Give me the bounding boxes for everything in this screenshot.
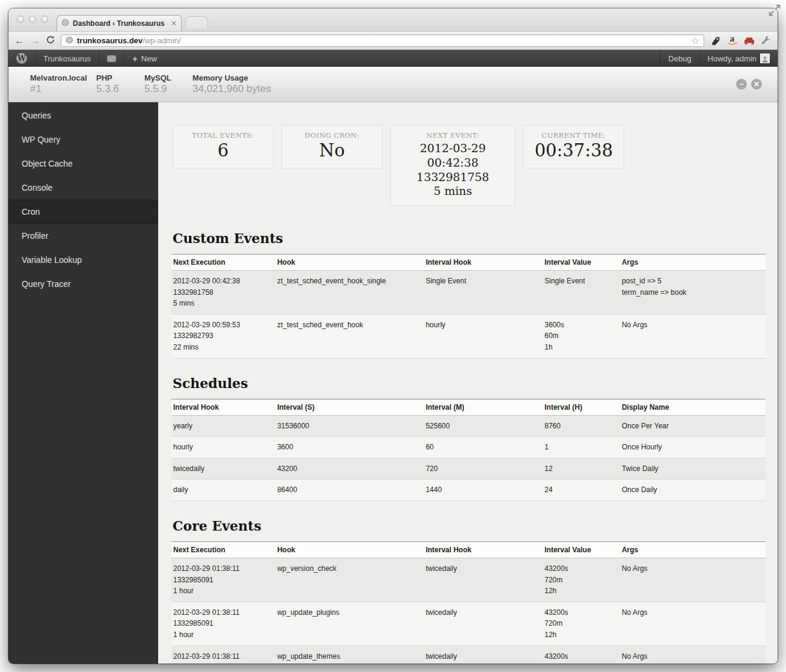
traffic-zoom-button[interactable] bbox=[41, 16, 48, 23]
url-bar[interactable]: trunkosaurus.dev/wp-admin/ ☆ bbox=[61, 34, 704, 47]
comments-menu[interactable] bbox=[99, 50, 124, 67]
table-cell: 2012-03-29 01:38:1113329850911 hour bbox=[171, 558, 275, 602]
table-cell: 43200s720m12h bbox=[542, 602, 619, 646]
cell-line: 720m bbox=[544, 618, 615, 629]
cell-line: No Args bbox=[622, 319, 761, 331]
cell-line: wp_version_check bbox=[277, 563, 419, 575]
sidebar-item-profiler[interactable]: Profiler bbox=[8, 224, 158, 248]
table-cell: 43200s720m12h bbox=[542, 646, 619, 664]
cell-line: 3600 bbox=[277, 442, 419, 453]
cell-line: twicedaily bbox=[173, 463, 271, 475]
column-header: Args bbox=[620, 254, 766, 271]
cell-line: 31536000 bbox=[277, 421, 419, 432]
table-cell: 43200s720m12h bbox=[542, 558, 619, 602]
table-cell: 2012-03-29 01:38:1113329850911 hour bbox=[171, 646, 275, 664]
table-header-row: Interval HookInterval (S)Interval (M)Int… bbox=[171, 399, 766, 415]
data-table: Next ExecutionHookInterval HookInterval … bbox=[171, 541, 766, 664]
wrench-icon[interactable] bbox=[760, 35, 772, 46]
cell-line: 1h bbox=[544, 342, 615, 353]
cell-line: 2012-03-29 01:38:11 bbox=[173, 607, 271, 618]
sidebar-item-object-cache[interactable]: Object Cache bbox=[8, 152, 158, 176]
sidebar-item-console[interactable]: Console bbox=[8, 176, 158, 200]
new-content-menu[interactable]: +New bbox=[124, 50, 165, 67]
table-header-row: Next ExecutionHookInterval HookInterval … bbox=[171, 541, 766, 558]
wp-admin-bar: W Trunkosaurus +New Debug Howdy, admin bbox=[8, 50, 778, 67]
screenshot-extension-icon[interactable] bbox=[710, 35, 721, 46]
window-controls bbox=[17, 16, 48, 23]
amazon-extension-icon[interactable]: a bbox=[726, 35, 738, 46]
cell-line: 1 bbox=[544, 442, 615, 453]
debug-info-value: 5.5.9 bbox=[144, 83, 192, 95]
table-cell: 12 bbox=[542, 458, 619, 479]
forward-icon[interactable]: → bbox=[30, 35, 40, 46]
table-row: twicedaily4320072012Twice Daily bbox=[171, 458, 766, 479]
cell-line: 1332982793 bbox=[173, 330, 271, 342]
cell-line: zt_test_sched_event_hook bbox=[277, 319, 419, 331]
cell-line: twicedaily bbox=[426, 607, 538, 618]
section-schedules: SchedulesInterval HookInterval (S)Interv… bbox=[171, 375, 766, 501]
debug-info-label: Melvatron.local bbox=[30, 73, 96, 82]
stat-value: 00:37:38 bbox=[530, 141, 618, 161]
cell-line: Once Hourly bbox=[622, 442, 761, 453]
titlebar: Dashboard ‹ Trunkosaurus – ✕ bbox=[8, 8, 778, 31]
cell-line: 60m bbox=[544, 330, 615, 342]
cell-line: Single Event bbox=[426, 276, 538, 287]
tab-close-icon[interactable]: ✕ bbox=[171, 19, 177, 28]
table-cell: 31536000 bbox=[275, 415, 424, 437]
sidebar-item-query-tracer[interactable]: Query Tracer bbox=[8, 272, 158, 296]
stat-box: NEXT EVENT:2012-03-29 00:42:381332981758… bbox=[390, 125, 515, 206]
cell-line: 1332985091 bbox=[173, 662, 271, 664]
comments-icon bbox=[107, 55, 116, 62]
stat-label: NEXT EVENT: bbox=[397, 131, 509, 140]
url-path: /wp-admin/ bbox=[143, 36, 181, 45]
site-name-menu[interactable]: Trunkosaurus bbox=[35, 50, 99, 67]
sidebar-item-wp-query[interactable]: WP Query bbox=[8, 128, 158, 152]
browser-tab[interactable]: Dashboard ‹ Trunkosaurus – ✕ bbox=[57, 15, 182, 31]
table-cell: hourly bbox=[424, 314, 543, 358]
sidebar-item-cron[interactable]: Cron bbox=[8, 200, 158, 224]
column-header: Interval (M) bbox=[424, 399, 543, 415]
column-header: Interval (H) bbox=[542, 399, 619, 415]
table-cell: 3600 bbox=[275, 437, 424, 458]
column-header: Hook bbox=[275, 254, 424, 271]
wordpress-logo[interactable]: W bbox=[8, 50, 35, 67]
cell-line: 525600 bbox=[426, 421, 538, 432]
debug-info-item: Melvatron.local#1 bbox=[30, 73, 96, 95]
table-row: hourly3600601Once Hourly bbox=[171, 437, 766, 458]
table-cell: wp_version_check bbox=[275, 558, 424, 602]
debug-close-button[interactable]: ✕ bbox=[751, 79, 762, 90]
table-cell: daily bbox=[171, 479, 275, 501]
globe-icon bbox=[66, 35, 73, 46]
reload-icon[interactable] bbox=[46, 35, 55, 47]
couch-extension-icon[interactable] bbox=[743, 35, 755, 46]
stat-box: CURRENT TIME:00:37:38 bbox=[523, 125, 624, 168]
column-header: Interval Hook bbox=[424, 254, 543, 271]
new-tab-button[interactable] bbox=[185, 16, 208, 29]
stat-box: TOTAL EVENTS:6 bbox=[173, 125, 274, 168]
bookmark-star-icon[interactable]: ☆ bbox=[692, 36, 699, 45]
cell-line: 5 mins bbox=[173, 298, 271, 309]
table-cell: 2012-03-29 01:38:1113329850911 hour bbox=[171, 602, 275, 646]
stat-value: 5 mins bbox=[397, 184, 509, 199]
column-header: Interval (S) bbox=[275, 399, 424, 415]
back-icon[interactable]: ← bbox=[14, 35, 25, 46]
table-cell: 2012-03-29 00:42:3813329817585 mins bbox=[171, 271, 275, 315]
table-cell: twicedaily bbox=[424, 558, 543, 602]
account-menu[interactable]: Howdy, admin bbox=[699, 50, 778, 67]
traffic-close-button[interactable] bbox=[17, 16, 24, 23]
table-cell: wp_update_plugins bbox=[275, 602, 424, 646]
debug-minimize-button[interactable]: − bbox=[736, 79, 747, 90]
url-text: trunkosaurus.dev/wp-admin/ bbox=[77, 36, 688, 45]
sidebar-item-variable-lookup[interactable]: Variable Lookup bbox=[8, 248, 158, 272]
howdy-label: Howdy, admin bbox=[708, 54, 757, 63]
debug-menu[interactable]: Debug bbox=[660, 50, 699, 67]
table-header-row: Next ExecutionHookInterval HookInterval … bbox=[171, 254, 766, 271]
resize-icon[interactable] bbox=[768, 4, 781, 19]
stat-value: No bbox=[288, 141, 376, 161]
cell-line: 2012-03-29 00:42:38 bbox=[173, 276, 271, 287]
table-cell: 86400 bbox=[275, 479, 424, 501]
cell-line: 43200s bbox=[544, 563, 615, 575]
cell-line: 8760 bbox=[544, 421, 615, 432]
traffic-minimize-button[interactable] bbox=[29, 16, 36, 23]
sidebar-item-queries[interactable]: Queries bbox=[8, 103, 158, 128]
